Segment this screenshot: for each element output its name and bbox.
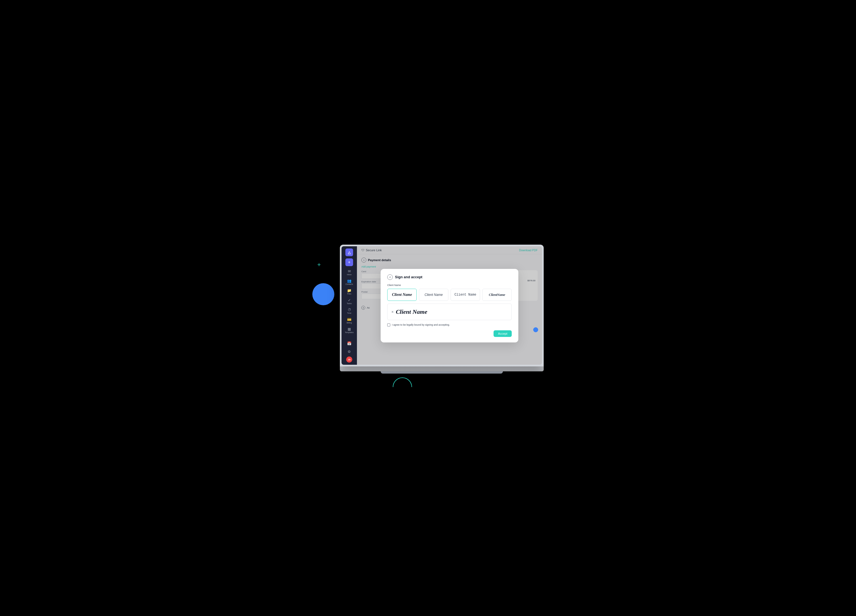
sig-text-2: Client Name	[425, 293, 443, 297]
billing-icon: 💳	[347, 317, 351, 322]
sidebar-label-tasks: Tasks	[347, 302, 352, 305]
sig-text-4: ClientName	[489, 293, 505, 297]
user-avatar[interactable]: JD	[346, 356, 352, 363]
laptop-screen-frame: △ + ✉ Inbox 👥 Contacts 📁 Files	[340, 245, 543, 367]
settings-icon: ⚙	[348, 350, 351, 354]
accept-button[interactable]: Accept	[494, 330, 512, 337]
sig-option-4[interactable]: ClientName	[482, 289, 512, 301]
modal-footer: Accept	[387, 330, 512, 337]
agree-checkbox[interactable]	[387, 323, 390, 326]
agree-row: I agree to be legally bound by signing a…	[387, 323, 512, 326]
modal-header: 4 Sign and accept	[387, 274, 512, 280]
laptop: △ + ✉ Inbox 👥 Contacts 📁 Files	[340, 245, 543, 374]
sidebar: △ + ✉ Inbox 👥 Contacts 📁 Files	[342, 246, 357, 365]
sidebar-item-calendar[interactable]: 📅	[343, 340, 356, 347]
sidebar-item-billing[interactable]: 💳 Billing	[343, 316, 356, 325]
signature-written-name: Client Name	[396, 308, 427, 316]
sidebar-item-files[interactable]: 📁 Files	[343, 287, 356, 296]
sig-option-2[interactable]: Client Name	[419, 289, 448, 301]
add-button[interactable]: +	[345, 259, 353, 266]
sidebar-label-files: Files	[347, 293, 351, 295]
client-name-field-label: Client Name	[387, 284, 512, 286]
sidebar-label-time: Time	[347, 312, 351, 314]
modal-step-number: 4	[387, 274, 393, 280]
main-scene: + △ + ✉ Inbox 👥 Contacts	[304, 223, 552, 393]
calendar-icon: 📅	[347, 341, 351, 345]
signature-x-mark: ×	[391, 310, 394, 314]
sidebar-label-templates: Templates	[345, 331, 354, 333]
templates-icon: ▦	[348, 327, 351, 331]
deco-arc	[393, 377, 412, 397]
sidebar-item-settings[interactable]: ⚙	[343, 348, 356, 356]
sidebar-item-tasks[interactable]: ✓ Tasks	[343, 297, 356, 306]
modal-title: Sign and accept	[395, 275, 422, 279]
sidebar-item-inbox[interactable]: ✉ Inbox	[343, 268, 356, 277]
laptop-base	[340, 367, 543, 371]
files-icon: 📁	[347, 288, 351, 293]
app-logo: △	[345, 248, 353, 256]
sidebar-item-time[interactable]: ⏱ Time	[343, 306, 356, 316]
sidebar-bottom: 📅 ⚙ JD	[343, 340, 356, 363]
inbox-icon: ✉	[348, 269, 351, 273]
agree-text: I agree to be legally bound by signing a…	[392, 323, 450, 326]
deco-blue-circle-small	[533, 327, 538, 332]
deco-blue-circle	[313, 283, 334, 305]
sig-option-1[interactable]: Client Name	[387, 289, 417, 301]
tasks-icon: ✓	[348, 298, 351, 302]
sig-option-3[interactable]: Client Name	[451, 289, 480, 301]
sidebar-item-templates[interactable]: ▦ Templates	[343, 326, 356, 335]
signature-canvas[interactable]: × Client Name	[387, 303, 512, 320]
sig-text-3: Client Name	[454, 293, 476, 297]
laptop-foot	[380, 371, 503, 374]
deco-plus-icon: +	[317, 261, 321, 268]
modal-overlay: 4 Sign and accept Client Name Client Nam…	[357, 246, 542, 365]
main-content: 🛡 Secure Link Download PDF 3 Payment det…	[357, 246, 542, 365]
sign-accept-modal: 4 Sign and accept Client Name Client Nam…	[380, 269, 518, 342]
sidebar-label-billing: Billing	[347, 322, 352, 324]
contacts-icon: 👥	[347, 279, 351, 283]
sidebar-item-contacts[interactable]: 👥 Contacts	[343, 277, 356, 286]
sig-text-1: Client Name	[392, 293, 412, 297]
sidebar-label-inbox: Inbox	[347, 274, 351, 276]
time-icon: ⏱	[348, 308, 351, 312]
laptop-screen: △ + ✉ Inbox 👥 Contacts 📁 Files	[342, 246, 542, 365]
sidebar-label-contacts: Contacts	[345, 283, 353, 285]
signature-options: Client Name Client Name Client Name Clie…	[387, 289, 512, 301]
